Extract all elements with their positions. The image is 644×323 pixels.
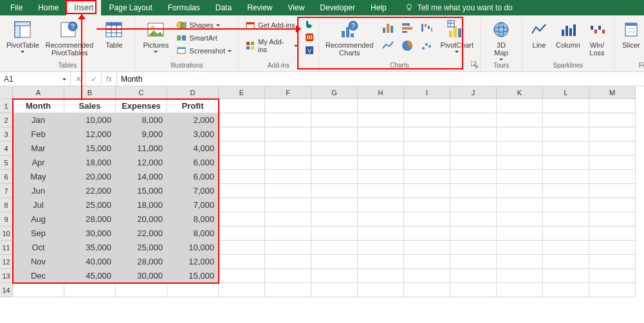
pictures-button[interactable]: Pictures (139, 18, 172, 54)
cell[interactable]: 4,000 (167, 142, 219, 156)
cell[interactable] (543, 241, 589, 255)
cell[interactable]: 9,000 (116, 127, 167, 142)
cell[interactable] (311, 113, 358, 127)
row-header-1[interactable]: 1 (0, 99, 13, 113)
cancel-formula-button[interactable]: ✕ (71, 72, 86, 86)
charts-dialog-launcher[interactable] (471, 61, 478, 68)
cell[interactable] (543, 255, 589, 269)
cell[interactable] (589, 241, 636, 255)
row-header-10[interactable]: 10 (0, 226, 13, 241)
cell[interactable] (265, 99, 311, 113)
cell[interactable]: 12,000 (64, 127, 116, 142)
row-header-11[interactable]: 11 (0, 241, 13, 255)
cell[interactable] (219, 269, 265, 283)
menu-developer[interactable]: Developer (312, 0, 363, 15)
cell[interactable] (450, 156, 497, 170)
cell[interactable] (265, 127, 311, 142)
cell[interactable] (265, 283, 311, 297)
cell[interactable] (450, 113, 497, 127)
cell[interactable] (358, 226, 404, 241)
cell[interactable]: Oct (13, 241, 64, 255)
column-header-J[interactable]: J (450, 86, 497, 99)
cell[interactable] (358, 170, 404, 184)
cell[interactable] (589, 170, 636, 184)
tell-me-search[interactable]: Tell me what you want to do (397, 0, 520, 15)
cell[interactable]: 28,000 (64, 212, 116, 226)
column-header-F[interactable]: F (265, 86, 311, 99)
cell[interactable]: 11,000 (116, 142, 167, 156)
cell[interactable] (358, 283, 404, 297)
row-header-9[interactable]: 9 (0, 212, 13, 226)
cell[interactable] (358, 241, 404, 255)
cell[interactable]: 6,000 (167, 170, 219, 184)
cell[interactable]: 3,000 (167, 127, 219, 142)
cell[interactable] (358, 127, 404, 142)
cell[interactable] (358, 198, 404, 212)
cell[interactable] (497, 184, 543, 198)
menu-help[interactable]: Help (363, 0, 394, 15)
cell[interactable] (265, 212, 311, 226)
sparkline-line-button[interactable]: Line (526, 18, 552, 50)
row-header-8[interactable]: 8 (0, 198, 13, 212)
column-header-K[interactable]: K (497, 86, 543, 99)
cell[interactable] (404, 113, 450, 127)
cell[interactable] (265, 142, 311, 156)
cell[interactable] (265, 170, 311, 184)
cell[interactable] (497, 226, 543, 241)
cell[interactable] (311, 184, 358, 198)
cell[interactable] (265, 269, 311, 283)
cell[interactable] (404, 127, 450, 142)
cell[interactable] (589, 113, 636, 127)
cell[interactable]: Jun (13, 184, 64, 198)
cell[interactable] (450, 212, 497, 226)
column-header-A[interactable]: A (13, 86, 64, 99)
cell[interactable] (497, 198, 543, 212)
screenshot-button[interactable]: Screenshot (174, 45, 234, 57)
3d-map-button[interactable]: 3D Map (484, 18, 518, 62)
cell[interactable] (358, 142, 404, 156)
cell[interactable] (404, 142, 450, 156)
cell[interactable]: 18,000 (116, 198, 167, 212)
cell[interactable]: 35,000 (64, 241, 116, 255)
cell[interactable]: 40,000 (64, 255, 116, 269)
cell[interactable] (219, 142, 265, 156)
cell[interactable] (219, 184, 265, 198)
cell[interactable]: Profit (167, 99, 219, 113)
menu-formulas[interactable]: Formulas (160, 0, 208, 15)
cell[interactable] (311, 142, 358, 156)
cell[interactable] (543, 142, 589, 156)
row-header-5[interactable]: 5 (0, 156, 13, 170)
cell[interactable]: 7,000 (167, 198, 219, 212)
table-button[interactable]: Table (97, 18, 131, 50)
cell[interactable]: Feb (13, 127, 64, 142)
cell[interactable] (450, 184, 497, 198)
cell[interactable] (311, 226, 358, 241)
cell[interactable] (497, 127, 543, 142)
pivottable-button[interactable]: PivotTable (4, 18, 42, 54)
column-header-L[interactable]: L (543, 86, 589, 99)
cell[interactable] (358, 184, 404, 198)
cell[interactable] (404, 226, 450, 241)
cell[interactable] (219, 113, 265, 127)
cell[interactable] (450, 127, 497, 142)
cell[interactable] (219, 156, 265, 170)
sparkline-column-button[interactable]: Column (553, 18, 583, 50)
cell[interactable] (589, 99, 636, 113)
cell[interactable] (219, 283, 265, 297)
cell[interactable] (311, 269, 358, 283)
cell[interactable]: 15,000 (64, 142, 116, 156)
sparkline-winloss-button[interactable]: Win/ Loss (584, 18, 610, 58)
formula-input[interactable] (117, 72, 644, 86)
cell[interactable] (116, 283, 167, 297)
row-header-7[interactable]: 7 (0, 184, 13, 198)
cell[interactable] (589, 283, 636, 297)
cell[interactable]: 20,000 (116, 212, 167, 226)
cell[interactable] (450, 269, 497, 283)
cell[interactable]: Month (13, 99, 64, 113)
cell[interactable]: Jan (13, 113, 64, 127)
bar-chart-button[interactable] (398, 19, 416, 36)
cell[interactable]: 6,000 (167, 156, 219, 170)
cell[interactable] (450, 99, 497, 113)
cell[interactable] (450, 170, 497, 184)
row-header-4[interactable]: 4 (0, 142, 13, 156)
